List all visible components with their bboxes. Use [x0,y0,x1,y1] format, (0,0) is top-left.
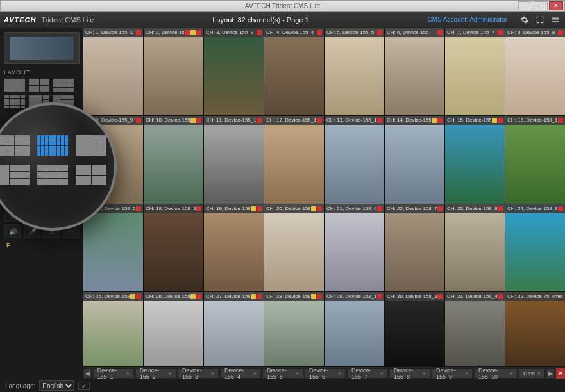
layout-option-16[interactable] [4,95,26,109]
mag-layout-1plus5b[interactable] [0,164,30,186]
record-indicator-icon [257,206,262,211]
camera-label: CH: 15, Device-155 [445,116,505,125]
camera-cell[interactable]: CH: 17, Device-158_2 Ti [83,204,143,291]
camera-cell[interactable]: CH: 1, Device-155_1 Ti [83,28,143,115]
tabs-close-all-button[interactable]: ✕ [556,368,565,379]
motion-indicator-icon [311,294,316,299]
camera-cell[interactable]: CH: 8, Device-155_8 Ti [505,28,565,115]
close-icon[interactable]: × [465,370,468,377]
close-icon[interactable]: × [537,370,541,377]
brand-logo: AVTECH [4,16,36,24]
camera-label-text: CH: 31, Device-158_4 Ti [447,292,497,301]
device-tab[interactable]: Device-155_5× [262,368,303,379]
device-tab[interactable]: Device-155_8× [389,368,430,379]
camera-cell[interactable]: CH: 3, Device-155_3 Ti [204,28,264,115]
menu-icon[interactable] [550,14,561,26]
close-icon[interactable]: × [169,370,172,377]
device-tabs: ◀ Device-155_1×Device-155_2×Device-155_3… [83,366,565,379]
motion-indicator-icon [190,118,196,123]
camera-label: CH: 3, Device-155_3 Ti [204,28,264,37]
language-select[interactable]: English [39,380,74,391]
record-indicator-icon [317,118,322,123]
camera-label: CH: 7, Device-155_7 Ti [445,28,505,37]
device-tab[interactable]: Device-155_6× [305,368,346,379]
camera-cell[interactable]: CH: 18, Device-158_3 Ti [144,204,203,291]
camera-cell[interactable]: CH: 12, Device-155_12 [264,116,324,203]
camera-label: CH: 28, Device-158 [264,292,324,301]
camera-label: CH: 2, Device-155_2 Ti [144,28,203,37]
device-tab[interactable]: Device-155_7× [347,368,388,379]
camera-cell[interactable]: CH: 24, Device-158_9 Ti [505,204,565,291]
camera-cell[interactable]: CH: 5, Device-155_5 Ti [325,28,384,115]
close-icon[interactable]: × [296,370,299,377]
close-icon[interactable]: × [126,370,130,377]
record-indicator-icon [196,294,201,299]
record-indicator-icon [558,30,563,35]
mag-layout-1plus5[interactable] [75,135,107,156]
layout-option-4[interactable] [28,78,50,92]
device-tab-label: Device-155_4 [224,367,251,380]
camera-label: CH: 11, Device-155_11 [204,116,264,125]
account-link[interactable]: CMS Account: Administrator [428,16,508,23]
audio-button[interactable]: 🔊 [4,224,21,238]
close-icon[interactable]: × [423,370,426,377]
camera-label-text: CH: 12, Device-155_12 [266,116,316,125]
record-indicator-icon [196,30,201,35]
camera-cell[interactable]: CH: 15, Device-155 [445,116,505,203]
device-tab[interactable]: Device-155_3× [178,368,219,379]
window-maximize-button[interactable]: ▢ [534,1,548,10]
camera-cell[interactable]: CH: 16, Device-158_1 Ti [505,116,565,203]
device-tab[interactable]: Device-155_9× [432,368,473,379]
tabs-scroll-left-button[interactable]: ◀ [83,368,92,379]
device-tab[interactable]: Device-155_10× [474,368,518,379]
layout-section-label: LAYOUT [4,69,80,76]
close-icon[interactable]: × [211,370,214,377]
mag-layout-16[interactable] [0,135,30,156]
camera-feed [445,28,505,115]
device-tab-label: Device-155_9 [436,367,462,380]
record-indicator-icon [498,30,503,35]
camera-cell[interactable]: CH: 22, Device-158_7 Ti [385,204,444,291]
camera-label: CH: 16, Device-158_1 Ti [505,116,565,125]
camera-cell[interactable]: CH: 7, Device-155_7 Ti [445,28,505,115]
preview-thumbnail[interactable] [4,32,80,64]
camera-cell[interactable]: CH: 23, Device-158_8 Ti [445,204,505,291]
camera-cell[interactable]: CH: 6, Device-155 [385,28,444,115]
camera-cell[interactable]: CH: 13, Device-155_13 [325,116,384,203]
device-tab[interactable]: Devi× [519,368,545,379]
camera-label-text: CH: 8, Device-155_8 Ti [507,28,557,37]
device-tab[interactable]: Device-155_2× [135,368,176,379]
close-icon[interactable]: × [380,370,384,377]
mag-layout-9[interactable] [37,164,69,186]
camera-feed [505,28,565,115]
window-close-button[interactable]: ✕ [549,1,563,10]
camera-cell[interactable]: CH: 14, Device-155 [385,116,444,203]
camera-feed [505,204,565,291]
language-confirm-button[interactable]: ✓ [78,382,90,390]
camera-feed [325,204,384,291]
camera-label-text: CH: 7, Device-155_7 Ti [447,28,497,37]
camera-cell[interactable]: CH: 4, Device-155_4 Ti [264,28,324,115]
fullscreen-icon[interactable] [534,14,546,26]
camera-cell[interactable]: CH: 21, Device-158_6 Ti [325,204,384,291]
tabs-scroll-right-button[interactable]: ▶ [546,368,555,379]
camera-cell[interactable]: CH: 10, Device-155 [144,116,203,203]
camera-feed [445,204,505,291]
camera-cell[interactable]: CH: 11, Device-155_11 [204,116,264,203]
camera-label: CH: 13, Device-155_13 [325,116,384,125]
camera-cell[interactable]: CH: 20, Device-158 [264,204,324,291]
settings-icon[interactable] [519,14,530,26]
close-icon[interactable]: × [338,370,341,377]
camera-cell[interactable]: CH: 2, Device-155_2 Ti [144,28,203,115]
camera-label-text: CH: 16, Device-158_1 Ti [507,116,557,125]
window-minimize-button[interactable]: — [518,1,532,10]
camera-cell[interactable]: CH: 19, Device-158 [204,204,264,291]
layout-option-1[interactable] [4,78,26,92]
mag-layout-32-selected[interactable] [37,135,69,156]
close-icon[interactable]: × [510,370,513,377]
layout-option-9[interactable] [53,78,74,92]
mag-layout-4[interactable] [75,164,107,186]
close-icon[interactable]: × [253,370,257,377]
device-tab[interactable]: Device-155_1× [93,368,134,379]
device-tab[interactable]: Device-155_4× [220,368,261,379]
